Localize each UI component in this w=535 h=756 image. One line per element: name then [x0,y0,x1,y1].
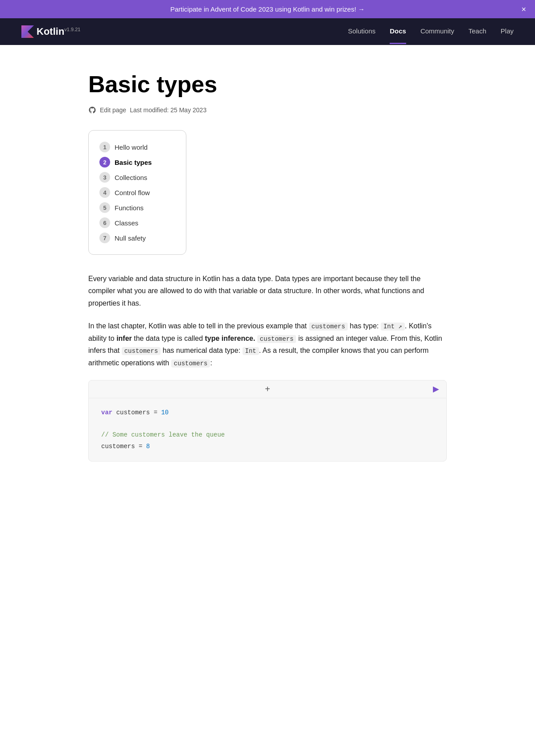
tour-label-5: Functions [115,204,144,212]
code-content: var customers = 10 // Some customers lea… [89,398,446,461]
code-block: + ▶ var customers = 10 // Some customers… [88,380,447,462]
customers-code-3: customers [122,347,161,355]
para2-end: : [210,359,212,367]
svg-marker-0 [21,25,34,38]
code-line-1: var customers = 10 [101,407,434,418]
banner-text: Participate in Advent of Code 2023 using… [170,5,365,13]
github-icon [88,106,96,114]
tour-item-2[interactable]: 2 Basic types [99,155,175,170]
nav-docs[interactable]: Docs [390,19,406,44]
main-content: Basic types Edit page Last modified: 25 … [67,45,468,497]
tour-label-2: Basic types [115,159,152,166]
code-line-2 [101,418,434,429]
tour-nav-box: 1 Hello world 2 Basic types 3 Collection… [88,130,186,255]
nav-teach[interactable]: Teach [469,19,486,44]
tour-item-1[interactable]: 1 Hello world [99,139,175,155]
tour-item-3[interactable]: 3 Collections [99,170,175,185]
announcement-banner: Participate in Advent of Code 2023 using… [0,0,535,18]
add-snippet-icon[interactable]: + [265,384,270,394]
para2-middle5: has numerical data type: [160,347,242,354]
tour-num-1: 1 [99,142,110,152]
run-button[interactable]: ▶ [433,384,439,394]
infer-bold: infer [116,335,132,342]
last-modified: Last modified: 25 May 2023 [130,106,206,114]
tour-item-4[interactable]: 4 Control flow [99,185,175,200]
tour-num-3: 3 [99,172,110,183]
para2-before: In the last chapter, Kotlin was able to … [88,322,309,330]
tour-num-6: 6 [99,217,110,228]
tour-item-6[interactable]: 6 Classes [99,215,175,230]
page-title: Basic types [88,72,447,97]
nav-solutions[interactable]: Solutions [348,19,376,44]
code-toolbar: + ▶ [89,380,446,398]
tour-label-1: Hello world [115,143,148,151]
code-line-4: customers = 8 [101,441,434,452]
tour-label-6: Classes [115,219,138,227]
code-line-3: // Some customers leave the queue [101,429,434,441]
logo-text: Kotlinv1.9.21 [37,26,80,37]
customers-code-2: customers [257,335,296,343]
main-nav: Kotlinv1.9.21 Solutions Docs Community T… [0,18,535,45]
edit-line: Edit page Last modified: 25 May 2023 [88,106,447,114]
body-para-2: In the last chapter, Kotlin was able to … [88,320,447,369]
tour-label-7: Null safety [115,234,146,242]
para2-middle1: has type: [348,322,381,330]
kotlin-logo[interactable]: Kotlinv1.9.21 [21,25,80,38]
edit-page-link[interactable]: Edit page [100,106,126,114]
kotlin-logo-icon [21,25,34,38]
tour-num-2: 2 [99,157,110,168]
nav-play[interactable]: Play [501,19,514,44]
tour-num-4: 4 [99,187,110,198]
int-code: Int ↗ [381,323,405,331]
tour-item-7[interactable]: 7 Null safety [99,230,175,245]
customers-code-4: customers [171,360,210,368]
type-inference-bold: type inference. [205,335,255,342]
tour-label-4: Control flow [115,189,150,196]
body-para-1: Every variable and data structure in Kot… [88,273,447,309]
nav-links: Solutions Docs Community Teach Play [348,19,514,44]
customers-code-1: customers [309,323,348,331]
tour-item-5[interactable]: 5 Functions [99,200,175,215]
tour-label-3: Collections [115,174,147,181]
para2-middle3: the data type is called [132,335,205,342]
tour-num-5: 5 [99,202,110,213]
int-code-2: Int [243,347,259,355]
tour-num-7: 7 [99,233,110,243]
banner-close-button[interactable]: × [521,4,526,14]
nav-community[interactable]: Community [420,19,454,44]
